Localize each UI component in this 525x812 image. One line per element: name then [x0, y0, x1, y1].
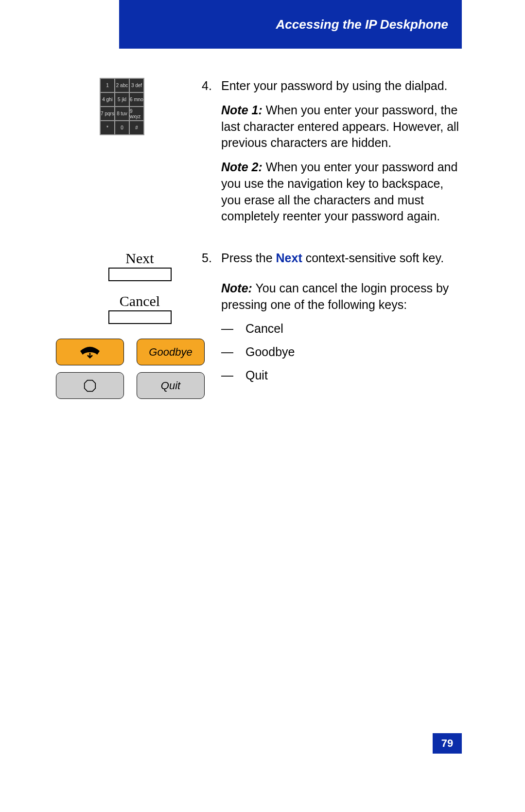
list-item: — Quit [221, 367, 462, 384]
step-5-note: Note: You can cancel the login process b… [202, 280, 462, 313]
dash-bullet: — [221, 344, 245, 361]
list-item: — Cancel [221, 321, 462, 337]
hw-button-label: Goodbye [149, 346, 192, 359]
svg-marker-0 [85, 380, 96, 391]
page-header: Accessing the IP Deskphone [119, 0, 462, 49]
page-number-text: 79 [441, 737, 453, 750]
dialpad-icon: 1 2 abc 3 def 4 ghi 5 jkl 6 mno 7 pqrs 8… [100, 78, 144, 135]
list-item-text: Goodbye [245, 344, 295, 361]
dialpad-key: * [101, 121, 114, 134]
step-5-text: 5. Press the Next context-sensitive soft… [187, 250, 462, 391]
dialpad-key: # [130, 121, 143, 134]
softkey-box-icon [108, 310, 172, 324]
step-number: 5. [202, 250, 221, 267]
octagon-icon [84, 379, 96, 392]
dialpad-key: 8 tuv [115, 107, 129, 120]
step-5-row: Next Cancel Goodbye [51, 250, 462, 399]
step-number: 4. [202, 78, 221, 94]
step-4-note-1: Note 1: When you enter your password, th… [202, 102, 462, 151]
hw-button-label: Quit [161, 379, 180, 392]
dialpad-key: 9 wxyz [130, 107, 143, 120]
handset-icon [78, 345, 102, 360]
manual-page: Accessing the IP Deskphone 1 2 abc 3 def… [0, 0, 525, 812]
header-title: Accessing the IP Deskphone [276, 17, 448, 32]
dialpad-key: 2 abc [115, 79, 129, 92]
dialpad-key: 0 [115, 121, 129, 134]
dialpad-key: 3 def [130, 79, 143, 92]
dash-bullet: — [221, 321, 245, 337]
step-5-images: Next Cancel Goodbye [51, 250, 187, 399]
dialpad-image: 1 2 abc 3 def 4 ghi 5 jkl 6 mno 7 pqrs 8… [51, 78, 187, 135]
note-label: Note 1: [221, 103, 262, 117]
cancel-options-list: — Cancel — Goodbye — Quit [202, 321, 462, 383]
step-4-note-2: Note 2: When you enter your password and… [202, 159, 462, 225]
dialpad-key: 4 ghi [101, 93, 114, 106]
handset-down-key-icon [56, 339, 124, 365]
dialpad-key: 5 jkl [115, 93, 129, 106]
hardware-buttons-image: Goodbye Quit [56, 336, 187, 399]
step-text: Enter your password by using the dialpad… [221, 78, 462, 94]
note-text: You can cancel the login process by pres… [221, 281, 449, 311]
dialpad-key: 6 mno [130, 93, 143, 106]
page-number: 79 [433, 733, 462, 754]
next-keyword: Next [276, 251, 302, 265]
step-text: Press the Next context-sensitive soft ke… [221, 250, 462, 267]
list-item-text: Quit [245, 367, 268, 384]
dialpad-key: 1 [101, 79, 114, 92]
note-label: Note: [221, 281, 252, 295]
step-4-main: 4. Enter your password by using the dial… [202, 78, 462, 94]
softkey-next-image: Next [92, 250, 187, 281]
step-4-row: 1 2 abc 3 def 4 ghi 5 jkl 6 mno 7 pqrs 8… [51, 78, 462, 233]
dialpad-key: 7 pqrs [101, 107, 114, 120]
softkey-label: Next [92, 250, 187, 267]
dash-bullet: — [221, 367, 245, 384]
list-item-text: Cancel [245, 321, 283, 337]
softkey-box-icon [108, 268, 172, 281]
list-item: — Goodbye [221, 344, 462, 361]
step-4-text: 4. Enter your password by using the dial… [187, 78, 462, 233]
page-content: 1 2 abc 3 def 4 ghi 5 jkl 6 mno 7 pqrs 8… [51, 78, 462, 416]
softkey-label: Cancel [92, 293, 187, 309]
step-text-after: context-sensitive soft key. [302, 251, 444, 265]
note-label: Note 2: [221, 160, 262, 174]
step-5-main: 5. Press the Next context-sensitive soft… [202, 250, 462, 267]
step-text-before: Press the [221, 251, 276, 265]
stop-key-icon [56, 372, 124, 399]
softkey-cancel-image: Cancel [92, 293, 187, 324]
